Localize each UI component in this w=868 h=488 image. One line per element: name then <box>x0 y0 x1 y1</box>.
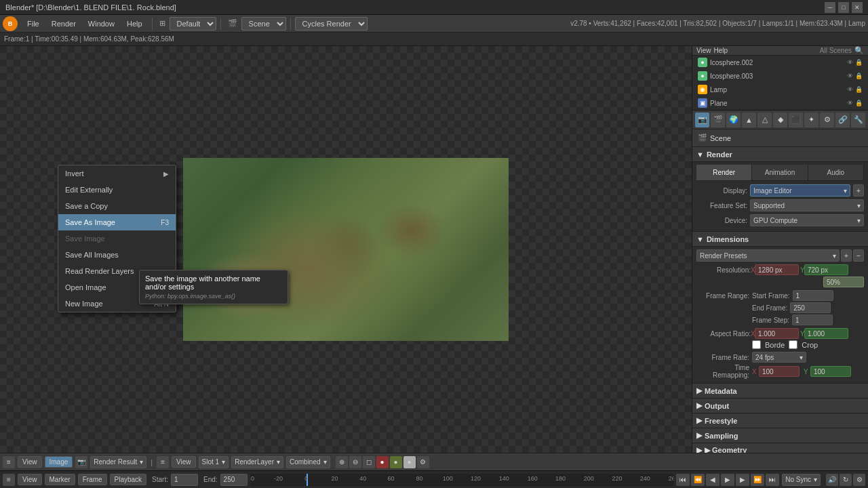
timeline-end-value[interactable]: 250 <box>220 474 248 486</box>
prev-frame-btn[interactable]: ◀ <box>706 474 719 486</box>
timeline-right-icons: 🔊 ↻ ⚙ <box>826 474 865 486</box>
render-section-header[interactable]: ▼ Render <box>692 147 868 162</box>
outliner-item-plane[interactable]: ▣ Plane 👁 🔒 <box>692 96 868 110</box>
maximize-button[interactable]: □ <box>838 2 849 13</box>
prop-icon-mesh[interactable]: △ <box>757 113 772 127</box>
render-presets-add-btn[interactable]: + <box>841 249 852 262</box>
toolbar-image-btn[interactable]: Image <box>45 456 73 468</box>
render-presets-remove-btn[interactable]: − <box>853 249 864 262</box>
menu-help[interactable]: Help <box>121 18 148 29</box>
render-tab-audio[interactable]: Audio <box>808 165 864 180</box>
window-controls: ─ □ ✕ <box>825 2 863 13</box>
ctx-save-as-image[interactable]: Save As Image F3 <box>58 214 176 230</box>
close-button[interactable]: ✕ <box>852 2 863 13</box>
render-presets-value[interactable]: Render Presets ▾ <box>696 249 840 262</box>
toolbar-slot[interactable]: Slot 1 ▾ <box>199 456 229 468</box>
toolbar-render-layer[interactable]: RenderLayer ▾ <box>231 456 283 468</box>
timeline-settings-icon[interactable]: ⚙ <box>853 474 865 486</box>
timeline-loop-icon[interactable]: ↻ <box>840 474 852 486</box>
ctx-save-copy[interactable]: Save a Copy <box>58 198 176 214</box>
search-icon[interactable]: 🔍 <box>854 46 864 55</box>
toolbar-render-btn[interactable]: ● <box>376 456 389 468</box>
metadata-section-header[interactable]: ▶ Metadata <box>692 384 868 399</box>
outliner-item-lamp[interactable]: ◉ Lamp 👁 🔒 <box>692 83 868 96</box>
device-value[interactable]: GPU Compute ▾ <box>750 214 864 226</box>
menu-file[interactable]: File <box>22 18 45 29</box>
toolbar-combined[interactable]: Combined ▾ <box>286 456 330 468</box>
timeline-start-value[interactable]: 1 <box>171 474 198 486</box>
crop-checkbox[interactable] <box>789 340 797 349</box>
timeline-sync[interactable]: No Sync ▾ <box>782 474 821 486</box>
toolbar-view-btn[interactable]: View <box>18 456 42 468</box>
toolbar-circle-1[interactable]: ● <box>390 456 402 468</box>
timeline-playback-btn[interactable]: Playback <box>110 474 147 485</box>
timeline-audio-icon[interactable]: 🔊 <box>826 474 838 486</box>
aspect-y-value[interactable]: 1.000 <box>804 328 848 339</box>
prop-icon-render[interactable]: 📷 <box>695 113 709 127</box>
geometry-section-header[interactable]: ▶ ▶ Geometry <box>692 443 868 453</box>
play-btn[interactable]: ▶ <box>721 474 734 486</box>
border-checkbox[interactable] <box>752 340 761 349</box>
outliner-item-icosphere002[interactable]: ● Icosphere.002 👁 🔒 <box>692 56 868 69</box>
prop-icon-object[interactable]: ▲ <box>742 113 756 127</box>
prev-keyframe-btn[interactable]: ⏪ <box>691 474 705 486</box>
toolbar-zoom-icon[interactable]: ⊕ <box>336 456 348 468</box>
frame-step-value[interactable]: 1 <box>792 314 833 325</box>
toolbar-settings-icon[interactable]: ⚙ <box>417 456 429 468</box>
start-frame-label: Start Frame: <box>752 292 790 300</box>
start-frame-value[interactable]: 1 <box>793 290 833 301</box>
output-section-header[interactable]: ▶ Output <box>692 399 868 413</box>
outliner-tab-view[interactable]: View <box>696 47 711 54</box>
timeline-marker-btn[interactable]: Marker <box>45 474 75 485</box>
prop-icon-world[interactable]: 🌍 <box>726 113 741 127</box>
minimize-button[interactable]: ─ <box>825 2 835 13</box>
aspect-x-value[interactable]: 1.000 <box>755 328 799 339</box>
toolbar-zoom-out-icon[interactable]: ⊖ <box>349 456 361 468</box>
time-remap-x-value[interactable]: 100 <box>759 366 800 377</box>
resolution-percent[interactable]: 50% <box>823 277 864 287</box>
freestyle-section-header[interactable]: ▶ Freestyle <box>692 413 868 428</box>
toolbar-circle-2[interactable]: ● <box>403 456 416 468</box>
menu-render[interactable]: Render <box>46 18 81 29</box>
prop-icon-constraints[interactable]: 🔗 <box>835 113 850 127</box>
toolbar-render-result[interactable]: Render Result ▾ <box>90 456 146 468</box>
timeline-ruler[interactable]: -40 -20 0 20 40 60 80 100 120 140 160 18… <box>250 474 674 486</box>
ctx-invert[interactable]: Invert ▶ <box>58 165 176 182</box>
render-tab-render[interactable]: Render <box>696 165 752 180</box>
render-engine-selector[interactable]: Cycles Render <box>295 17 368 30</box>
outliner-tab-help[interactable]: Help <box>714 47 728 54</box>
jump-start-btn[interactable]: ⏮ <box>676 474 690 486</box>
ctx-save-all-images[interactable]: Save All Images <box>58 247 176 263</box>
timeline-frame-btn[interactable]: Frame <box>78 474 107 485</box>
toolbar-display-icon[interactable]: ◻ <box>363 456 375 468</box>
sampling-section-header[interactable]: ▶ Sampling <box>692 428 868 443</box>
jump-end-btn[interactable]: ⏭ <box>766 474 779 486</box>
dimensions-section-header[interactable]: ▼ Dimensions <box>692 232 868 247</box>
time-remap-y-value[interactable]: 100 <box>810 366 851 377</box>
display-value[interactable]: Image Editor ▾ <box>750 184 850 197</box>
display-extra-btn[interactable]: + <box>853 184 864 197</box>
next-frame-btn[interactable]: ▶ <box>736 474 749 486</box>
prop-icon-modifiers[interactable]: 🔧 <box>851 113 865 127</box>
ctx-edit-externally[interactable]: Edit Externally <box>58 182 176 198</box>
next-keyframe-btn[interactable]: ⏩ <box>751 474 764 486</box>
prop-icon-scene[interactable]: 🎬 <box>711 113 725 127</box>
outliner-item-icosphere003[interactable]: ● Icosphere.003 👁 🔒 <box>692 69 868 83</box>
prop-icon-material[interactable]: ◆ <box>773 113 787 127</box>
render-tab-animation[interactable]: Animation <box>752 165 808 180</box>
frame-rate-value[interactable]: 24 fps ▾ <box>752 352 806 363</box>
search-scope[interactable]: All Scenes <box>820 47 852 54</box>
viewport[interactable]: Invert ▶ Edit Externally Save a Copy Sav… <box>0 46 692 453</box>
feature-set-value[interactable]: Supported ▾ <box>750 199 864 211</box>
menu-window[interactable]: Window <box>83 18 120 29</box>
prop-icon-texture[interactable]: ⬛ <box>789 113 803 127</box>
end-frame-value[interactable]: 250 <box>790 302 831 313</box>
prop-icon-physics[interactable]: ⚙ <box>820 113 834 127</box>
resolution-y-value[interactable]: 720 px <box>804 264 848 275</box>
timeline-view-btn[interactable]: View <box>18 474 42 485</box>
scene-selector[interactable]: Scene <box>241 17 286 30</box>
resolution-x-value[interactable]: 1280 px <box>755 264 799 275</box>
toolbar-view-btn2[interactable]: View <box>172 456 196 468</box>
prop-icon-particle[interactable]: ✦ <box>804 113 818 127</box>
layout-selector[interactable]: Default <box>170 17 216 30</box>
